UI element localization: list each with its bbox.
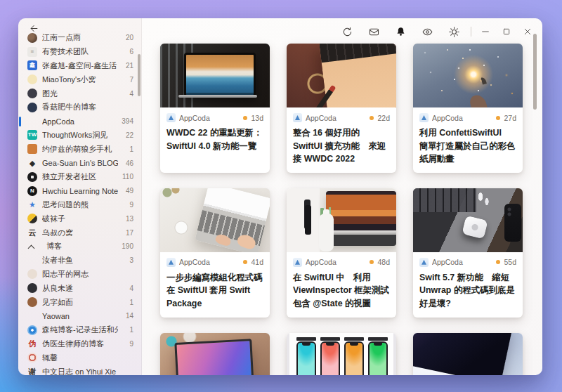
- sidebar-feed-item[interactable]: 辄馨: [18, 351, 142, 365]
- article-thumbnail: [287, 333, 396, 375]
- sidebar-feed-item[interactable]: 从良未遂 4: [18, 281, 142, 295]
- feed-unread-count: 17: [118, 229, 133, 237]
- article-thumbnail: [160, 188, 270, 252]
- article-card[interactable]: [160, 333, 270, 375]
- feed-source-name: AppCoda: [432, 114, 492, 122]
- article-thumbnail: [413, 188, 523, 252]
- feed-favicon-icon: ◆: [27, 158, 37, 168]
- feed-label: Hwchiu Learning Note: [42, 187, 118, 195]
- thumbnail-shape: [344, 341, 364, 375]
- article-card[interactable]: AppCoda 55d Swift 5.7 新功能 縮短 Unwrap 的程式碼…: [413, 188, 523, 318]
- feed-label: 博客: [46, 241, 118, 251]
- sidebar-feed-item[interactable]: ◆ Gea-Suan Lin's BLOG 46: [18, 156, 142, 170]
- sidebar-feed-item[interactable]: 伪 伪医生律师的博客 9: [18, 337, 142, 351]
- feed-label: 江南一点雨: [42, 32, 118, 43]
- sidebar-group-header[interactable]: 博客 190: [18, 240, 142, 254]
- feed-favicon-icon: [27, 117, 37, 126]
- sidebar-feed-item[interactable]: 图光 4: [18, 86, 142, 100]
- article-meta: AppCoda 48d: [293, 258, 390, 267]
- sidebar-feed-item[interactable]: 破袜子 13: [18, 211, 142, 226]
- toolbar: [334, 21, 538, 42]
- sidebar-feed-item[interactable]: ≡ 有赞技术团队 6: [18, 45, 142, 59]
- sidebar-feed-item[interactable]: 独立开发者社区 110: [18, 170, 142, 184]
- feed-favicon-icon: [27, 33, 37, 43]
- sidebar-feed-item[interactable]: 香菇肥牛的博客: [18, 100, 142, 115]
- article-meta: AppCoda 55d: [419, 258, 516, 267]
- feed-label: 张鑫旭-鑫空间-鑫生活: [42, 60, 118, 71]
- thumbnail-shape: [320, 341, 340, 375]
- maximize-icon: [501, 26, 512, 37]
- article-age: 27d: [504, 114, 516, 122]
- article-card[interactable]: AppCoda 27d 利用 ConfettiSwiftUI 簡單打造屬於自己的…: [413, 44, 523, 173]
- feed-unread-count: 4: [118, 285, 133, 292]
- feed-unread-count: 394: [118, 117, 133, 125]
- feed-label: Yaowan: [42, 312, 118, 320]
- feed-favicon-icon: [27, 214, 37, 223]
- sidebar-feed-item[interactable]: Yaowan 14: [18, 309, 142, 323]
- mark-all-read-icon: [368, 26, 380, 38]
- collapse-chevron-icon: [27, 244, 37, 249]
- article-card[interactable]: [287, 333, 396, 375]
- feed-label: 辄馨: [42, 353, 118, 363]
- sidebar-feed-item[interactable]: 阳志平的网志: [18, 268, 142, 282]
- article-meta: AppCoda 22d: [293, 113, 390, 122]
- feed-favicon-icon: [27, 353, 37, 362]
- sidebar-feed-item[interactable]: 见字如面 1: [18, 295, 142, 309]
- feed-unread-count: 9: [118, 201, 133, 209]
- sidebar-feed-item[interactable]: 约伊兹的萌狼乡手札 1: [18, 142, 142, 156]
- unread-dot-icon: [496, 116, 500, 120]
- feed-favicon-icon: N: [27, 186, 37, 196]
- feed-favicon-icon: 鑫: [27, 60, 37, 70]
- article-title: 在 SwiftUI 中 利用 ViewInspector 框架測試包含 @Sta…: [293, 271, 390, 311]
- feed-source-name: AppCoda: [432, 258, 492, 266]
- mark-all-read-button[interactable]: [360, 21, 387, 42]
- article-title: WWDC 22 的重點更新：SwiftUI 4.0 新功能一覽: [166, 126, 263, 152]
- feed-favicon-icon: [27, 103, 37, 112]
- unread-dot-icon: [370, 260, 374, 264]
- feed-label: 见字如面: [42, 297, 118, 308]
- article-list-scrollbar-thumb[interactable]: [533, 34, 537, 110]
- article-card[interactable]: AppCoda 48d 在 SwiftUI 中 利用 ViewInspector…: [287, 188, 396, 318]
- feed-unread-count: 13: [118, 215, 133, 223]
- sidebar-feed-item[interactable]: 谢 中文日志 on Yihui Xie | 谢益辉: [18, 365, 142, 375]
- app-window: 江南一点雨 20 ≡ 有赞技术团队 6 鑫 张鑫旭-鑫空间-鑫生活 21 Mia…: [18, 18, 542, 375]
- notifications-button[interactable]: [387, 21, 414, 42]
- article-card-body: AppCoda 22d 整合 16 個好用的 SwiftUI 擴充功能 來迎接 …: [287, 107, 396, 173]
- sidebar-feed-item[interactable]: TW ThoughtWorks洞见 22: [18, 129, 142, 143]
- feed-unread-count: 46: [118, 159, 133, 167]
- feed-favicon-icon: [27, 297, 37, 307]
- feed-unread-count: 3: [118, 256, 133, 264]
- feed-favicon-icon: [27, 74, 37, 84]
- sidebar-feed-item[interactable]: AppCoda 394: [18, 115, 142, 129]
- sync-button[interactable]: [334, 21, 360, 42]
- minimize-button[interactable]: [475, 21, 496, 42]
- article-card[interactable]: [413, 333, 523, 375]
- settings-button[interactable]: [440, 21, 467, 42]
- hide-read-button[interactable]: [414, 21, 440, 42]
- sidebar-feed-item[interactable]: 江南一点雨 20: [18, 31, 142, 45]
- article-card[interactable]: AppCoda 13d WWDC 22 的重點更新：SwiftUI 4.0 新功…: [160, 44, 270, 173]
- sidebar-feed-item[interactable]: 鑫 张鑫旭-鑫空间-鑫生活 21: [18, 59, 142, 73]
- sidebar-feed-item[interactable]: 汝者非鱼 3: [18, 254, 142, 268]
- feed-source-icon: [293, 258, 302, 267]
- article-age: 13d: [251, 114, 263, 122]
- sidebar-feed-item[interactable]: 云 乌叔の窝 17: [18, 226, 142, 240]
- feed-unread-count: 1: [118, 145, 133, 153]
- feed-label: 有赞技术团队: [42, 46, 118, 57]
- article-card[interactable]: AppCoda 22d 整合 16 個好用的 SwiftUI 擴充功能 來迎接 …: [287, 44, 396, 173]
- feed-unread-count: 21: [118, 62, 133, 70]
- article-age: 22d: [377, 114, 390, 122]
- sidebar-feed-item[interactable]: MiaoTony's小窝 7: [18, 72, 142, 86]
- article-card-body: AppCoda 27d 利用 ConfettiSwiftUI 簡單打造屬於自己的…: [413, 107, 523, 173]
- article-age: 55d: [504, 258, 516, 266]
- feed-label: 图光: [42, 89, 118, 99]
- feed-favicon-icon: 云: [27, 228, 37, 237]
- sidebar-feed-item[interactable]: ★ 思考问题的熊 9: [18, 198, 142, 212]
- maximize-button[interactable]: [496, 21, 517, 42]
- article-thumbnail: [413, 44, 523, 107]
- sidebar-feed-item[interactable]: N Hwchiu Learning Note 49: [18, 184, 142, 198]
- article-card[interactable]: AppCoda 41d 一步步編寫模組化程式碼 在 SwiftUI 套用 Swi…: [160, 188, 270, 318]
- sidebar-feed-item[interactable]: 森纯博客-记录生活和分享知识的… 1: [18, 323, 142, 337]
- sidebar-scrollbar-thumb[interactable]: [138, 54, 140, 96]
- feed-unread-count: 49: [118, 187, 133, 195]
